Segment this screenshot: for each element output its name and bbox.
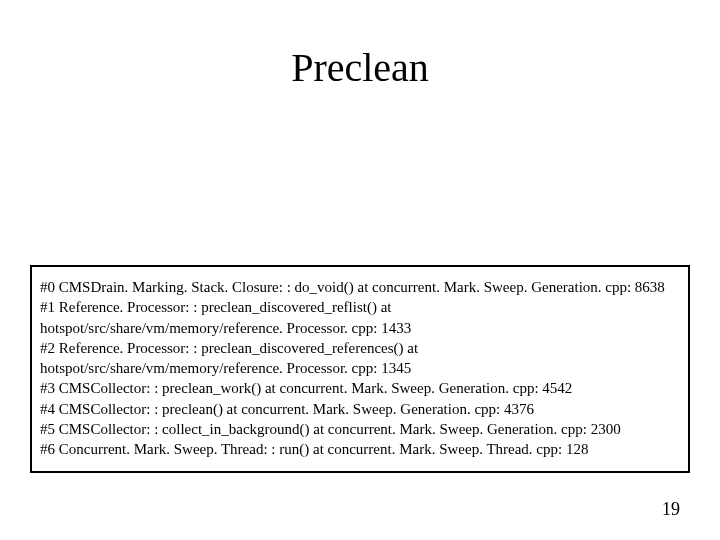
trace-line: #5 CMSCollector: : collect_in_background… — [40, 419, 680, 439]
slide-title: Preclean — [0, 44, 720, 91]
slide: Preclean #0 CMSDrain. Marking. Stack. Cl… — [0, 0, 720, 540]
trace-line: #3 CMSCollector: : preclean_work() at co… — [40, 378, 680, 398]
stack-trace-box: #0 CMSDrain. Marking. Stack. Closure: : … — [30, 265, 690, 473]
trace-line: #6 Concurrent. Mark. Sweep. Thread: : ru… — [40, 439, 680, 459]
page-number: 19 — [662, 499, 680, 520]
trace-line: #2 Reference. Processor: : preclean_disc… — [40, 338, 680, 358]
trace-line: hotspot/src/share/vm/memory/reference. P… — [40, 358, 680, 378]
trace-line: #4 CMSCollector: : preclean() at concurr… — [40, 399, 680, 419]
trace-line: #1 Reference. Processor: : preclean_disc… — [40, 297, 680, 317]
trace-line: hotspot/src/share/vm/memory/reference. P… — [40, 318, 680, 338]
trace-line: #0 CMSDrain. Marking. Stack. Closure: : … — [40, 277, 680, 297]
